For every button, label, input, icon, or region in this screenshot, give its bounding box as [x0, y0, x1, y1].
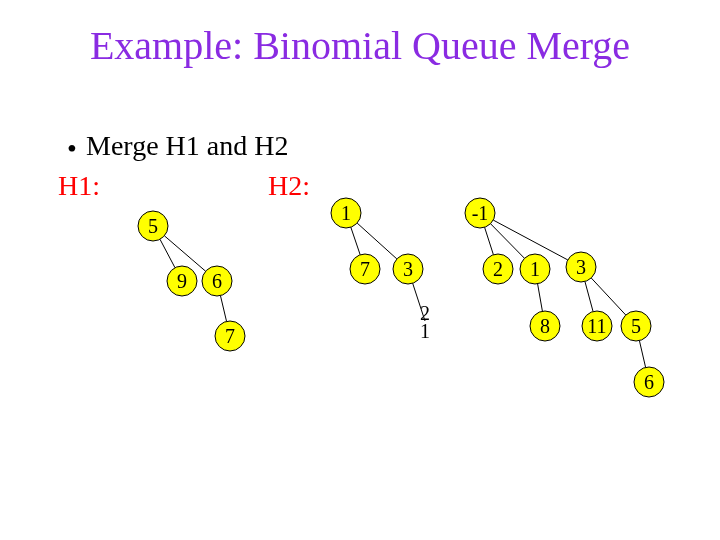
tree-node: 1 — [520, 254, 550, 284]
node-label: 3 — [576, 256, 586, 278]
tree-edge — [491, 224, 525, 259]
node-label: 7 — [225, 325, 235, 347]
tree-node: -1 — [465, 198, 495, 228]
tree-node: 3 — [566, 252, 596, 282]
tree-node: 6 — [202, 266, 232, 296]
tree-edge — [357, 223, 397, 259]
tree-edge — [639, 341, 645, 368]
tree-node: 5 — [621, 311, 651, 341]
tree-edge — [351, 227, 360, 255]
tree-edge — [538, 284, 543, 311]
tree-node: 5 — [138, 211, 168, 241]
node-label: 7 — [360, 258, 370, 280]
tree-edge — [585, 281, 593, 311]
tree-node: 11 — [582, 311, 612, 341]
tree-node: 9 — [167, 266, 197, 296]
tree-node: 3 — [393, 254, 423, 284]
tree-node: 8 — [530, 311, 560, 341]
tree-edge — [485, 227, 494, 254]
tree-edge — [493, 220, 568, 260]
node-label: 5 — [148, 215, 158, 237]
node-label: 6 — [644, 371, 654, 393]
tree-node: 7 — [350, 254, 380, 284]
node-label: 2 — [493, 258, 503, 280]
node-label: 6 — [212, 270, 222, 292]
node-label: -1 — [472, 202, 489, 224]
aux-text: 1 — [420, 320, 430, 342]
tree-node: 2 — [483, 254, 513, 284]
tree-node: 1 — [331, 198, 361, 228]
tree-node: 6 — [634, 367, 664, 397]
node-label: 3 — [403, 258, 413, 280]
node-label: 9 — [177, 270, 187, 292]
tree-edge — [220, 296, 226, 322]
tree-edge — [591, 278, 626, 315]
node-label: 5 — [631, 315, 641, 337]
binomial-diagram: 5967173-121381156 21 — [0, 0, 720, 540]
node-label: 8 — [540, 315, 550, 337]
node-label: 11 — [587, 315, 606, 337]
tree-node: 7 — [215, 321, 245, 351]
node-label: 1 — [341, 202, 351, 224]
node-label: 1 — [530, 258, 540, 280]
